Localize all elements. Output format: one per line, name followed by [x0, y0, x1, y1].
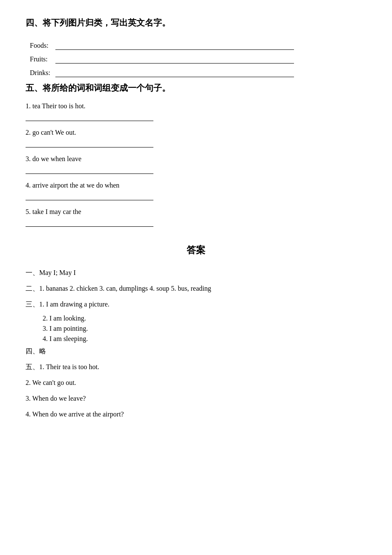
answer-line-1: [26, 112, 153, 121]
sentence-words-3: 3. do we when leave: [26, 155, 366, 163]
sentence-item-5: 5. take I may car the: [26, 208, 366, 227]
drinks-row: Drinks:: [30, 69, 366, 77]
answer-three-sub-3: 3. I am pointing.: [43, 325, 366, 332]
answer-line-4: [26, 191, 153, 200]
sentence-item-2: 2. go can't We out.: [26, 129, 366, 147]
answer-line-5: [26, 217, 153, 227]
answer-section: 答案 一、May I; May I 二、1. bananas 2. chicke…: [26, 244, 366, 420]
section-4-title: 四、将下列图片归类，写出英文名字。: [26, 17, 366, 29]
answer-three-sub-2: 2. I am looking.: [43, 315, 366, 322]
sentence-item-3: 3. do we when leave: [26, 155, 366, 174]
answer-five-item-4: 4. When do we arrive at the airport?: [26, 408, 366, 420]
answer-line-2: [26, 138, 153, 147]
sentence-list: 1. tea Their too is hot. 2. go can't We …: [26, 102, 366, 227]
answer-five-item-2: 2. We can't go out.: [26, 377, 366, 388]
drinks-label: Drinks:: [30, 69, 55, 77]
section-4: 四、将下列图片归类，写出英文名字。 Foods: Fruits: Drinks:: [26, 17, 366, 77]
sentence-item-4: 4. arrive airport the at we do when: [26, 182, 366, 200]
sentence-words-2: 2. go can't We out.: [26, 129, 366, 136]
drinks-underline: [55, 69, 294, 77]
answer-two: 二、1. bananas 2. chicken 3. can, dumpling…: [26, 283, 366, 294]
answer-title: 答案: [26, 244, 366, 257]
fruits-label: Fruits:: [30, 55, 55, 63]
sentence-words-5: 5. take I may car the: [26, 208, 366, 216]
answer-three: 三、1. I am drawing a picture.: [26, 298, 366, 310]
fruits-underline: [55, 55, 294, 64]
foods-label: Foods:: [30, 42, 55, 49]
foods-row: Foods:: [30, 41, 366, 50]
answer-five: 五、1. Their tea is too hot.: [26, 361, 366, 373]
section-5: 五、将所给的词和词组变成一个句子。 1. tea Their too is ho…: [26, 82, 366, 227]
answer-five-item-3: 3. When do we leave?: [26, 393, 366, 404]
section-5-title: 五、将所给的词和词组变成一个句子。: [26, 82, 366, 94]
answer-three-sub-4: 4. I am sleeping.: [43, 335, 366, 343]
sentence-item-1: 1. tea Their too is hot.: [26, 102, 366, 121]
sentence-words-4: 4. arrive airport the at we do when: [26, 182, 366, 189]
answer-one: 一、May I; May I: [26, 267, 366, 278]
fruits-row: Fruits:: [30, 55, 366, 64]
foods-underline: [55, 41, 294, 50]
answer-four: 四、略: [26, 345, 366, 357]
answer-line-3: [26, 165, 153, 174]
sentence-words-1: 1. tea Their too is hot.: [26, 102, 366, 110]
fill-line-group: Foods: Fruits: Drinks:: [30, 41, 366, 77]
